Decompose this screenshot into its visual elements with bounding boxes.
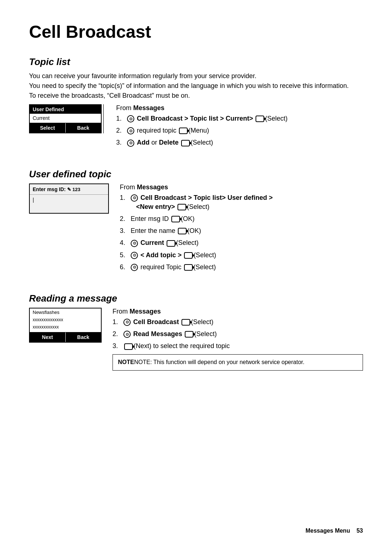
user-defined-body: Enter msg ID: ✎ 123 | From Messages 1.	[29, 183, 363, 275]
user-defined-title: User defined topic	[29, 169, 363, 180]
ud-menu-icon-4: ⊙	[131, 240, 138, 247]
reading-steps: 1. ⊙ Cell Broadcast (Select) 2. ⊙ R	[113, 318, 363, 351]
ud-step-4: 4. ⊙ Current (Select)	[120, 238, 363, 247]
note-box: NOTENOTE: This function will depend on y…	[113, 354, 363, 370]
device-select-btn[interactable]: Select	[30, 123, 65, 133]
reading-section: Reading a message Newsflashes xxxxxxxxxx…	[29, 293, 363, 371]
page-title: Cell Broadcast	[29, 22, 363, 42]
from-label-1: From Messages	[116, 104, 363, 112]
r-next-icon-3	[124, 343, 133, 350]
user-defined-steps: 1. ⊙ Cell Broadcast > Topic list> User d…	[120, 193, 363, 272]
topic-list-device-wrapper: User Defined Current Select Back	[29, 104, 105, 133]
reading-title: Reading a message	[29, 293, 363, 304]
vertical-divider	[103, 104, 104, 133]
ud-menu-icon-5: ⊙	[131, 252, 138, 259]
from-label-3: From Messages	[113, 308, 363, 315]
ud-step-5: 5. ⊙ < Add topic > (Select)	[120, 251, 363, 260]
device-buttons: Select Back	[30, 123, 101, 133]
menu-icon-1: ⊙	[127, 115, 134, 122]
reading-instructions: From Messages 1. ⊙ Cell Broadcast (Selec…	[113, 308, 363, 371]
device-row-current: Current	[30, 114, 101, 123]
r-menu-icon-2: ⊙	[123, 331, 131, 338]
ud-step-6: 6. ⊙ required Topic (Select)	[120, 263, 363, 272]
r-step-3: 3. (Next) to select the required topic	[113, 342, 363, 351]
ud-select-icon-4	[167, 240, 175, 247]
topic-list-device: User Defined Current Select Back	[29, 104, 102, 133]
device-next-btn[interactable]: Next	[30, 332, 65, 342]
topic-list-title: Topic list	[29, 56, 363, 68]
step-1: 1. ⊙ Cell Broadcast > Topic list > Curre…	[116, 114, 363, 123]
ud-ok-icon-3	[178, 228, 187, 234]
topic-list-section: Topic list You can receive your favourit…	[29, 56, 363, 150]
user-defined-section: User defined topic Enter msg ID: ✎ 123 |…	[29, 169, 363, 275]
device-back-btn-2[interactable]: Back	[65, 332, 101, 342]
step-3: 3. ⊙ Add or Delete (Select)	[116, 138, 363, 147]
ud-select-icon-1	[177, 204, 186, 210]
r-step-2: 2. ⊙ Read Messages (Select)	[113, 330, 363, 339]
menu-icon-3: ⊙	[127, 140, 134, 147]
topic-list-intro: You can receive your favourite informati…	[29, 71, 363, 101]
ud-step-2: 2. Enter msg ID (OK)	[120, 214, 363, 223]
ud-ok-icon-2	[171, 216, 180, 222]
r-menu-icon-1: ⊙	[123, 319, 131, 326]
topic-list-body: User Defined Current Select Back From Me…	[29, 104, 363, 150]
page-container: Cell Broadcast Topic list You can receiv…	[0, 0, 392, 411]
user-defined-instructions: From Messages 1. ⊙ Cell Broadcast > Topi…	[120, 183, 363, 275]
r-select-icon-2	[185, 331, 193, 338]
menu-btn-icon-2	[179, 128, 188, 134]
ud-select-icon-5	[184, 252, 193, 259]
reading-device: Newsflashes xxxxxxxxxxxxxx xxxxxxxxxxxx …	[29, 308, 102, 343]
device-enter-header: Enter msg ID: ✎ 123	[30, 184, 108, 195]
content-area: Topic list You can receive your favourit…	[29, 56, 363, 382]
device-news-row1: Newsflashes	[30, 308, 101, 316]
select-btn-icon-3	[181, 140, 190, 146]
topic-list-steps: 1. ⊙ Cell Broadcast > Topic list > Curre…	[116, 114, 363, 148]
device-header: User Defined	[30, 105, 101, 114]
reading-body: Newsflashes xxxxxxxxxxxxxx xxxxxxxxxxxx …	[29, 308, 363, 371]
ud-step-3: 3. Enter the name (OK)	[120, 226, 363, 235]
user-defined-device: Enter msg ID: ✎ 123 |	[29, 183, 109, 214]
ud-menu-icon-6: ⊙	[131, 264, 138, 271]
page-footer: Messages Menu 53	[306, 528, 363, 534]
device-news-buttons: Next Back	[30, 332, 101, 342]
from-label-2: From Messages	[120, 183, 363, 191]
step-2: 2. ⊙ required topic (Menu)	[116, 126, 363, 135]
device-enter-body: |	[30, 195, 108, 213]
ud-select-icon-6	[184, 264, 193, 271]
r-select-icon-1	[181, 319, 190, 326]
r-step-1: 1. ⊙ Cell Broadcast (Select)	[113, 318, 363, 327]
select-btn-icon-1	[256, 116, 264, 122]
device-news-row2: xxxxxxxxxxxxxx	[30, 316, 101, 323]
device-back-btn[interactable]: Back	[65, 123, 101, 133]
ud-menu-icon-1: ⊙	[131, 194, 138, 202]
ud-step-1: 1. ⊙ Cell Broadcast > Topic list> User d…	[120, 193, 363, 211]
device-news-row3: xxxxxxxxxxxx	[30, 323, 101, 331]
menu-icon-2: ⊙	[127, 127, 134, 134]
topic-list-instructions: From Messages 1. ⊙ Cell Broadcast > Topi…	[116, 104, 363, 150]
